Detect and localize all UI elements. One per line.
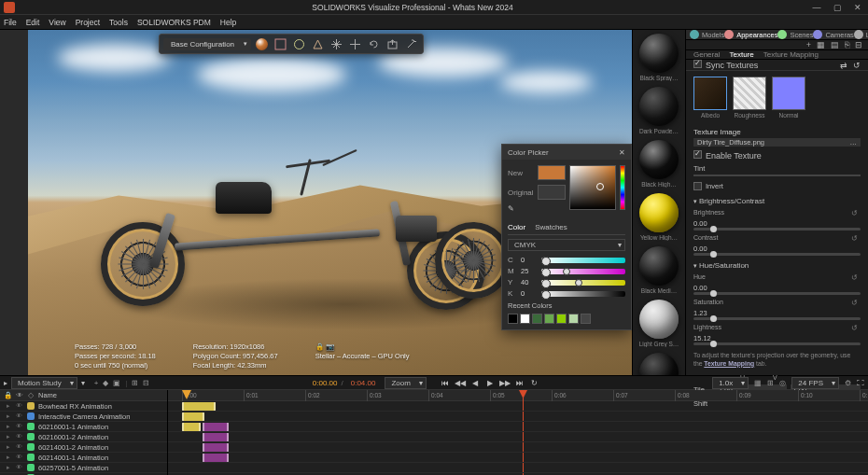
timeline-clip[interactable] (203, 423, 229, 431)
tab-swatches[interactable]: Swatches (535, 223, 567, 231)
timeline-lane[interactable] (168, 432, 868, 442)
saturation-reset-icon[interactable]: ↺ (851, 299, 861, 308)
texture-thumb-normal[interactable]: Normal (772, 77, 805, 119)
color-picker-close-icon[interactable]: ✕ (619, 148, 625, 157)
timeline-ruler[interactable]: 0:000:010:020:030:040:050:060:070:080:09… (168, 390, 868, 401)
menu-edit[interactable]: Edit (26, 18, 40, 27)
minimize-button[interactable]: — (810, 2, 823, 13)
timeline-lane[interactable] (168, 401, 868, 412)
material-item[interactable]: Light Grey S… (635, 300, 683, 347)
tl-right-icon-2[interactable]: ⊞ (767, 379, 774, 387)
tl-key-icon[interactable]: ◆ (103, 379, 108, 387)
lightness-reset-icon[interactable]: ↺ (851, 324, 861, 333)
timeline-track-row[interactable]: ▸👁60257001-5 Animation (0, 463, 167, 473)
tool-icon-4[interactable] (328, 35, 344, 52)
texture-mapping-link[interactable]: Texture Mapping (704, 360, 754, 367)
trike-model[interactable] (101, 151, 511, 307)
tool-icon-3[interactable] (309, 35, 326, 52)
tool-icon-5[interactable] (346, 35, 363, 52)
material-item[interactable]: Black Anod… (635, 353, 683, 375)
brightness-contrast-group[interactable]: Brightness/Contrast (686, 194, 868, 208)
subtab-general[interactable]: General (693, 50, 720, 59)
tab-color[interactable]: Color (508, 223, 525, 231)
material-item[interactable]: Dark Powde… (635, 87, 683, 134)
step-back-icon[interactable]: ◀◀ (455, 379, 466, 387)
timeline-clip[interactable] (203, 454, 229, 462)
color-gradient-box[interactable] (569, 165, 616, 210)
timeline-track-row[interactable]: ▸👁Bowhead RX Animation (0, 401, 167, 412)
tl-right-icon-4[interactable]: ⚙ (845, 379, 851, 387)
tl-right-icon-5[interactable]: ⛶ (857, 379, 864, 387)
tl-add-icon[interactable]: + (94, 379, 99, 387)
motion-study-dropdown[interactable]: Motion Study (11, 377, 77, 389)
channel-M-slider[interactable] (541, 269, 625, 274)
play-back-icon[interactable]: ◀ (469, 379, 481, 387)
subtab-texture-mapping[interactable]: Texture Mapping (763, 50, 819, 59)
timeline-track-row[interactable]: ▸👁60216001-1 Animation (0, 422, 167, 432)
panel-tab-models[interactable]: Models (690, 30, 724, 39)
menu-view[interactable]: View (49, 18, 65, 27)
menu-file[interactable]: File (4, 18, 17, 27)
timeline-lane[interactable] (168, 412, 868, 422)
link-icon[interactable]: ⇄ (840, 61, 847, 70)
texture-thumb-albedo[interactable]: Albedo (693, 77, 727, 119)
invert-checkbox[interactable] (693, 182, 702, 190)
goto-start-icon[interactable]: ⏮ (440, 379, 451, 387)
enable-texture-checkbox[interactable] (693, 150, 702, 159)
add-icon[interactable]: + (806, 40, 811, 49)
playback-scale-dropdown[interactable]: 1.0x (712, 377, 749, 389)
timeline-clip[interactable] (203, 443, 229, 452)
timeline-clip[interactable] (182, 423, 201, 431)
material-item[interactable]: Black Medi… (635, 246, 683, 294)
panel-tab-cameras[interactable]: Cameras (813, 30, 853, 39)
material-item[interactable]: Black Spray… (635, 34, 683, 81)
tool-icon-2[interactable] (290, 35, 307, 52)
maximize-button[interactable]: ▢ (831, 2, 844, 13)
color-mode-dropdown[interactable]: CMYK (508, 239, 625, 251)
loop-icon[interactable]: ↻ (529, 379, 540, 387)
contrast-reset-icon[interactable]: ↺ (851, 234, 861, 244)
hue-reset-icon[interactable]: ↺ (851, 273, 861, 283)
subtab-texture[interactable]: Texture (729, 50, 753, 59)
timeline-track-row[interactable]: ▸👁Interactive Camera Animation (0, 412, 167, 422)
panel-tab-appearances[interactable]: Appearances (724, 30, 777, 39)
recent-swatch[interactable] (532, 314, 542, 324)
zoom-dropdown[interactable]: Zoom (385, 377, 426, 389)
texture-file-field[interactable]: Dirty Tire_Diffuse.png… (693, 138, 861, 147)
hue-slider[interactable] (693, 292, 861, 295)
config-dropdown[interactable]: Base Configuration (163, 38, 251, 50)
timeline-lane[interactable] (168, 463, 868, 473)
step-fwd-icon[interactable]: ▶▶ (499, 379, 511, 387)
tl-cam-icon[interactable]: ▣ (113, 379, 120, 387)
panel-icon-2[interactable]: ▤ (831, 40, 839, 49)
channel-K-slider[interactable] (541, 291, 625, 297)
timeline-expand-icon[interactable]: ▸ (4, 379, 7, 387)
timeline-lane[interactable] (168, 453, 868, 463)
panel-icon-4[interactable]: ⊟ (855, 40, 862, 49)
timeline-lane[interactable] (168, 442, 868, 453)
goto-end-icon[interactable]: ⏭ (514, 379, 525, 387)
timeline-track-row[interactable]: ▸👁60214001-1 Animation (0, 453, 167, 463)
timeline-clip[interactable] (203, 433, 229, 441)
timeline-chevron-icon[interactable]: ▾ (81, 379, 85, 387)
timeline-track-row[interactable]: ▸👁60214001-2 Animation (0, 442, 167, 453)
menu-help[interactable]: Help (220, 18, 236, 27)
appearance-sphere-icon[interactable] (253, 35, 270, 52)
col-lock-icon[interactable]: 🔒 (4, 391, 12, 399)
channel-Y-slider[interactable] (541, 280, 625, 286)
recent-swatch[interactable] (520, 314, 530, 324)
tl-right-icon-3[interactable]: ◎ (779, 379, 786, 387)
panel-icon-3[interactable]: ⎘ (845, 40, 849, 49)
tint-color-bar[interactable] (693, 175, 861, 176)
reset-icon[interactable]: ↺ (853, 61, 861, 70)
tl-right-icon-1[interactable]: ▦ (754, 379, 762, 387)
tl-tool-icon-2[interactable]: ⊟ (143, 379, 149, 387)
viewport[interactable]: Base Configuration Passes: 728 / 3,000Pa… (28, 30, 632, 375)
menu-project[interactable]: Project (76, 18, 100, 27)
refresh-icon[interactable] (365, 35, 382, 52)
wand-icon[interactable] (402, 35, 419, 52)
saturation-slider[interactable] (693, 317, 861, 320)
recent-swatch[interactable] (508, 314, 518, 324)
material-item[interactable]: Black High… (635, 140, 683, 188)
close-button[interactable]: ✕ (851, 2, 864, 13)
